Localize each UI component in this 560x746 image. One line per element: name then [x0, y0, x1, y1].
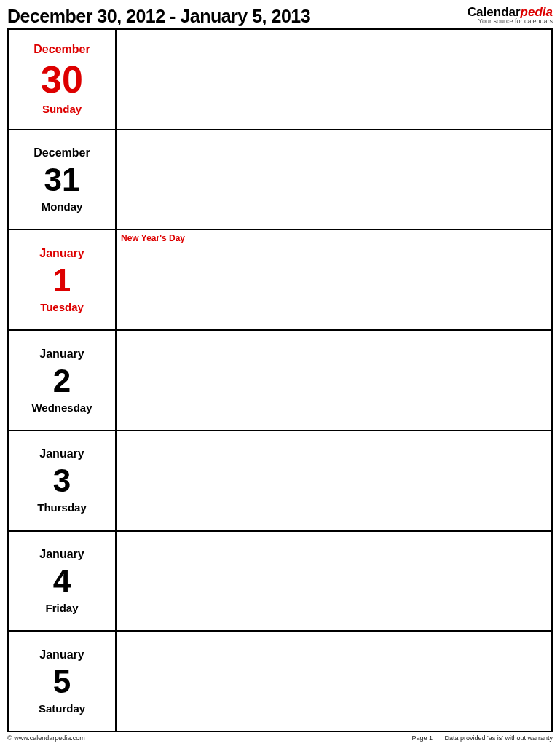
day-number: 30	[41, 60, 83, 98]
day-content	[117, 130, 551, 229]
day-number: 31	[44, 164, 80, 196]
date-cell: January 4 Friday	[9, 532, 117, 631]
month-label: January	[39, 447, 84, 460]
date-cell: December 30 Sunday	[9, 30, 117, 129]
day-content	[117, 532, 551, 631]
event-label: New Year's Day	[121, 233, 547, 243]
date-range-title: December 30, 2012 - January 5, 2013	[7, 6, 310, 27]
brand-block: Calendarpedia Your source for calendars	[468, 6, 553, 25]
footer-copyright: © www.calendarpedia.com	[7, 734, 85, 742]
date-cell: January 3 Thursday	[9, 431, 117, 530]
day-row: January 2 Wednesday	[9, 329, 551, 430]
weekday-label: Wednesday	[31, 401, 92, 414]
day-number: 2	[53, 365, 71, 397]
month-label: January	[39, 648, 84, 661]
day-number: 5	[53, 666, 71, 698]
weekday-label: Saturday	[39, 702, 85, 715]
day-row: January 5 Saturday	[9, 630, 551, 731]
weekday-label: Monday	[42, 200, 83, 213]
page-header: December 30, 2012 - January 5, 2013 Cale…	[7, 6, 553, 28]
date-cell: December 31 Monday	[9, 130, 117, 229]
day-row: January 4 Friday	[9, 530, 551, 631]
weekday-label: Sunday	[42, 103, 82, 115]
day-row: December 31 Monday	[9, 129, 551, 229]
month-label: January	[39, 247, 84, 260]
week-grid: December 30 Sunday December 31 Monday Ja…	[7, 28, 553, 732]
footer-right: Page 1 Data provided 'as is' without war…	[401, 734, 553, 742]
day-content	[117, 632, 551, 731]
brand-tagline: Your source for calendars	[468, 18, 553, 25]
day-row: December 30 Sunday	[9, 30, 551, 129]
day-content	[117, 431, 551, 530]
month-label: December	[33, 43, 90, 56]
weekday-label: Thursday	[37, 501, 87, 514]
month-label: January	[39, 548, 84, 561]
day-row: January 1 Tuesday New Year's Day	[9, 229, 551, 329]
date-cell: January 5 Saturday	[9, 632, 117, 731]
day-number: 3	[53, 465, 71, 497]
date-cell: January 2 Wednesday	[9, 331, 117, 430]
month-label: December	[33, 146, 90, 160]
weekday-label: Friday	[45, 602, 78, 614]
day-number: 4	[53, 565, 71, 597]
day-row: January 3 Thursday	[9, 430, 551, 530]
footer-disclaimer: Data provided 'as is' without warranty	[444, 734, 553, 742]
day-number: 1	[53, 264, 71, 297]
page-footer: © www.calendarpedia.com Page 1 Data prov…	[7, 732, 553, 742]
month-label: January	[39, 348, 84, 361]
weekday-label: Tuesday	[40, 301, 84, 313]
day-content	[117, 30, 551, 129]
brand-name: Calendarpedia	[468, 6, 553, 18]
day-content	[117, 331, 551, 430]
footer-page: Page 1	[411, 734, 433, 742]
date-cell: January 1 Tuesday	[9, 230, 117, 329]
day-content: New Year's Day	[117, 230, 551, 329]
